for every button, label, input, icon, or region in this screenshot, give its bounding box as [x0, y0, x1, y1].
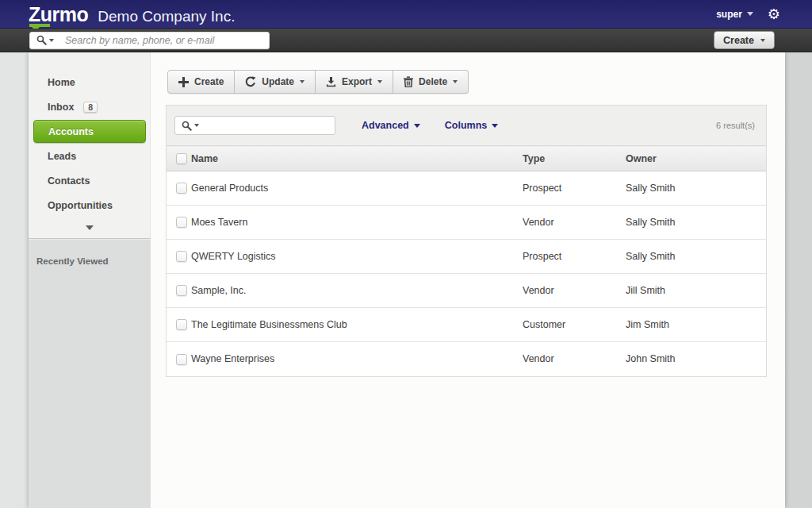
list-search[interactable]: [174, 116, 335, 135]
list-filter-bar: Advanced Columns 6 result(s): [167, 106, 766, 145]
account-name-cell[interactable]: Sample, Inc.: [191, 274, 523, 308]
recently-viewed-heading: Recently Viewed: [33, 256, 151, 266]
row-checkbox[interactable]: [176, 217, 187, 228]
account-owner-cell: Jim Smith: [626, 308, 766, 342]
account-type-cell: Vendor: [523, 274, 626, 308]
main-content: Create Update Export Delete: [151, 52, 785, 508]
inbox-count-badge: 8: [83, 102, 98, 113]
sidebar-item-inbox[interactable]: Inbox 8: [29, 94, 150, 119]
row-checkbox[interactable]: [176, 319, 187, 330]
chevron-down-icon: [86, 225, 94, 230]
sidebar-item-label: Opportunities: [48, 200, 113, 211]
column-header-name[interactable]: Name: [191, 146, 523, 171]
account-type-cell: Prospect: [523, 240, 626, 274]
sidebar-item-contacts[interactable]: Contacts: [29, 168, 150, 193]
chevron-down-icon: [492, 124, 498, 128]
column-header-owner[interactable]: Owner: [626, 146, 766, 171]
table-header-row: Name Type Owner: [167, 146, 766, 171]
app-header: Zurmo Demo Company Inc. super ⚙: [0, 0, 812, 29]
select-all-checkbox[interactable]: [176, 153, 187, 164]
sidebar-item-label: Leads: [48, 151, 76, 162]
account-owner-cell: Sally Smith: [626, 171, 766, 206]
search-icon: [36, 35, 47, 45]
account-name-cell[interactable]: Wayne Enterprises: [191, 342, 523, 376]
sidebar-item-label: Accounts: [48, 126, 94, 137]
user-name: super: [716, 9, 742, 20]
plus-icon: [178, 77, 189, 87]
table-row[interactable]: Moes Tavern Vendor Sally Smith: [167, 206, 766, 240]
zurmo-logo[interactable]: Zurmo: [29, 2, 88, 26]
chevron-down-icon: [747, 12, 753, 16]
account-name-cell[interactable]: Moes Tavern: [191, 206, 523, 240]
account-name-cell[interactable]: General Products: [191, 171, 523, 206]
create-label: Create: [194, 76, 224, 87]
delete-dropdown-button[interactable]: Delete: [393, 70, 469, 94]
row-checkbox[interactable]: [176, 354, 187, 365]
sidebar-item-label: Home: [48, 77, 75, 88]
chevron-down-icon: [49, 39, 54, 42]
account-type-cell: Customer: [523, 308, 626, 342]
global-search-input[interactable]: [57, 35, 264, 46]
result-count: 6 result(s): [716, 121, 755, 130]
user-menu[interactable]: super: [716, 9, 753, 20]
account-type-cell: Vendor: [523, 342, 626, 376]
columns-label: Columns: [445, 120, 487, 131]
global-search[interactable]: [29, 32, 270, 49]
advanced-label: Advanced: [362, 120, 409, 131]
update-dropdown-button[interactable]: Update: [235, 70, 316, 94]
export-dropdown-button[interactable]: Export: [316, 70, 393, 94]
trash-icon: [404, 76, 413, 87]
columns-dropdown[interactable]: Columns: [445, 120, 498, 131]
sidebar-item-label: Inbox: [48, 102, 74, 113]
column-header-type[interactable]: Type: [523, 146, 626, 171]
list-search-input[interactable]: [202, 120, 331, 131]
list-search-scope-dropdown[interactable]: [180, 121, 202, 131]
sidebar-item-home[interactable]: Home: [29, 70, 150, 94]
account-type-cell: Vendor: [523, 206, 626, 240]
chevron-down-icon: [414, 124, 420, 128]
accounts-table: Name Type Owner General Products Prospec…: [167, 145, 766, 376]
table-row[interactable]: QWERTY Logistics Prospect Sally Smith: [167, 240, 766, 274]
sidebar-item-accounts[interactable]: Accounts: [33, 120, 146, 143]
sidebar-menu: Home Inbox 8 Accounts Leads Contacts Opp…: [29, 52, 151, 238]
action-toolbar: Create Update Export Delete: [167, 70, 785, 94]
sidebar: Home Inbox 8 Accounts Leads Contacts Opp…: [29, 52, 151, 508]
export-label: Export: [342, 76, 372, 87]
logo-text: Zurmo: [29, 3, 88, 25]
company-name: Demo Company Inc.: [98, 8, 235, 25]
search-scope-dropdown[interactable]: [35, 35, 57, 45]
accounts-list-panel: Advanced Columns 6 result(s) Name Type O…: [166, 105, 767, 377]
row-checkbox[interactable]: [176, 285, 187, 296]
content-container: Home Inbox 8 Accounts Leads Contacts Opp…: [29, 52, 785, 508]
account-type-cell: Prospect: [523, 171, 626, 206]
sidebar-expand-chevron[interactable]: [29, 217, 150, 238]
account-name-cell[interactable]: QWERTY Logistics: [191, 240, 523, 274]
sidebar-item-leads[interactable]: Leads: [29, 144, 150, 168]
account-owner-cell: Sally Smith: [626, 240, 766, 274]
chevron-down-icon: [760, 39, 765, 42]
row-checkbox[interactable]: [176, 251, 187, 262]
table-row[interactable]: The Legitimate Businessmens Club Custome…: [167, 308, 766, 342]
chevron-down-icon: [194, 124, 199, 127]
table-row[interactable]: Sample, Inc. Vendor Jill Smith: [167, 274, 766, 308]
table-row[interactable]: Wayne Enterprises Vendor John Smith: [167, 342, 766, 376]
create-button-label: Create: [723, 35, 754, 46]
gear-icon[interactable]: ⚙: [768, 7, 780, 21]
create-button[interactable]: Create: [167, 70, 235, 94]
search-icon: [182, 121, 192, 131]
secondary-bar: Create: [0, 29, 812, 52]
recently-viewed-panel: Recently Viewed: [29, 238, 151, 508]
create-dropdown-button[interactable]: Create: [714, 31, 775, 49]
chevron-down-icon: [453, 80, 458, 83]
export-icon: [326, 77, 336, 87]
account-owner-cell: Sally Smith: [626, 206, 766, 240]
row-checkbox[interactable]: [176, 183, 187, 194]
account-name-cell[interactable]: The Legitimate Businessmens Club: [191, 308, 523, 342]
advanced-search-dropdown[interactable]: Advanced: [362, 120, 420, 131]
account-owner-cell: John Smith: [626, 342, 766, 376]
table-row[interactable]: General Products Prospect Sally Smith: [167, 171, 766, 206]
sidebar-item-label: Contacts: [48, 175, 90, 187]
update-label: Update: [262, 76, 294, 87]
delete-label: Delete: [419, 76, 447, 87]
sidebar-item-opportunities[interactable]: Opportunities: [29, 193, 150, 217]
